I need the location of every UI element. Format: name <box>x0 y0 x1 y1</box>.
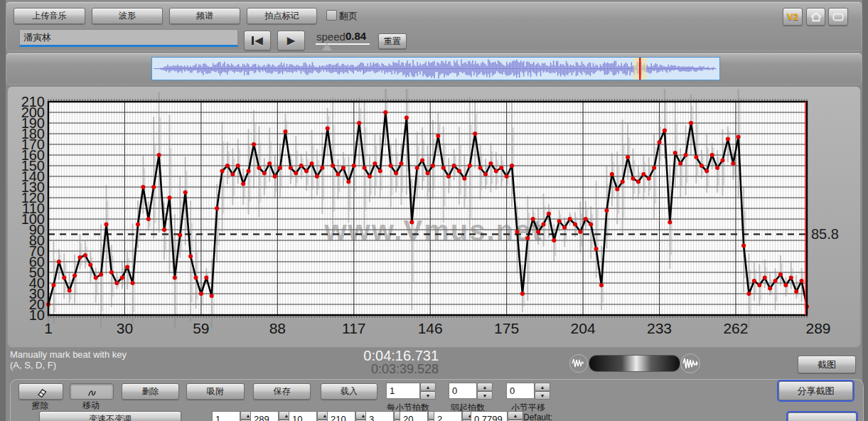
move-hand-icon <box>85 385 99 398</box>
spin-up-button[interactable]: ▲ <box>477 383 493 391</box>
home-icon <box>810 11 823 23</box>
param-spinner-value[interactable]: 0.7799 <box>471 411 508 421</box>
load-button[interactable]: 载入 <box>321 383 377 400</box>
fullscreen-icon <box>832 11 845 23</box>
param-spinner-value[interactable]: 3 <box>365 411 394 421</box>
share-screenshot-button[interactable]: 分享截图 <box>778 381 853 400</box>
svg-text:204: 204 <box>571 320 596 336</box>
param-spinner-value[interactable]: 210 <box>327 411 355 421</box>
skip-arrow-icon: ◀ <box>254 34 263 47</box>
fullscreen-button[interactable] <box>828 8 848 26</box>
top-toolbar: 上传音乐 波形 频谱 拍点标记 翻页 潘寅林 ◀ ▶ speed 0.84 重置… <box>6 1 862 51</box>
spin-up-button[interactable]: ▲ <box>420 383 436 391</box>
wave-zoom-in-button[interactable] <box>680 353 700 373</box>
screenshot-button[interactable]: 截图 <box>798 356 856 373</box>
page-turn-label: 翻页 <box>339 10 358 23</box>
svg-text:88: 88 <box>269 320 286 336</box>
wave-zoom-slider[interactable] <box>589 355 680 372</box>
move-tool-button[interactable] <box>70 383 114 400</box>
param-spinner-stepper: ▲▼ <box>508 411 523 421</box>
time-total: 0:03:39.528 <box>311 362 439 377</box>
home-button[interactable] <box>806 8 825 26</box>
page-turn-checkbox[interactable] <box>326 10 337 21</box>
upload-music-button[interactable]: 上传音乐 <box>14 8 85 24</box>
speed-reset-button[interactable]: 重置 <box>378 33 407 49</box>
param-spinner-value[interactable]: 20 <box>400 411 428 421</box>
snap-button[interactable]: 吸附 <box>186 383 245 400</box>
svg-text:210: 210 <box>21 94 45 110</box>
default-label: Default: <box>523 412 566 421</box>
svg-text:www.Vmus.net: www.Vmus.net <box>323 215 542 246</box>
playback-mode-button[interactable]: 变速不变调 <box>39 411 181 421</box>
waveform-tab-button[interactable]: 波形 <box>92 8 163 24</box>
beats-per-measure-value[interactable]: 1 <box>386 383 420 399</box>
play-icon: ▶ <box>287 34 296 47</box>
app-root: 上传音乐 波形 频谱 拍点标记 翻页 潘寅林 ◀ ▶ speed 0.84 重置… <box>0 0 868 421</box>
skip-to-start-button[interactable]: ◀ <box>244 31 271 50</box>
speed-slider-thumb[interactable] <box>322 43 332 50</box>
erase-tool-label: 擦除 <box>18 400 62 412</box>
spin-down-button[interactable]: ▼ <box>477 391 493 400</box>
play-button[interactable]: ▶ <box>277 31 305 50</box>
svg-text:233: 233 <box>647 320 672 336</box>
svg-text:85.8: 85.8 <box>811 226 839 242</box>
param-spinner-value[interactable]: 2 <box>434 411 462 421</box>
svg-text:59: 59 <box>193 320 209 336</box>
delete-button[interactable]: 删除 <box>122 383 179 400</box>
hint-line2: (A, S, D, F) <box>10 360 56 371</box>
spin-down-button[interactable]: ▼ <box>535 391 550 400</box>
version-text: V2 <box>787 11 798 22</box>
pickup-beats-stepper: ▲ ▼ <box>477 383 493 399</box>
param-spinner-value[interactable]: 10 <box>289 411 317 421</box>
tempo-chart[interactable]: www.Vmus.net1020304050607080901001101201… <box>9 86 859 346</box>
spectrum-tab-button[interactable]: 频谱 <box>169 8 240 24</box>
save-button[interactable]: 保存 <box>253 383 311 400</box>
svg-text:175: 175 <box>494 320 519 336</box>
speed-label: speed <box>316 31 345 43</box>
song-title-input[interactable]: 潘寅林 <box>19 29 238 47</box>
hint-line1: Manually mark beat with key <box>10 349 127 360</box>
bottom-right-button[interactable] <box>788 412 857 421</box>
measure-shift-stepper: ▲ ▼ <box>535 383 550 399</box>
skip-bar-icon <box>252 36 254 45</box>
waveform-overview[interactable] <box>151 57 720 80</box>
song-title-text: 潘寅林 <box>23 32 51 43</box>
measure-shift-value[interactable]: 0 <box>506 383 535 399</box>
param-spinner-value[interactable]: 1 <box>212 411 240 421</box>
small-wave-icon <box>572 357 586 370</box>
large-wave-icon <box>682 357 698 370</box>
beats-per-measure-stepper: ▲ ▼ <box>420 383 436 399</box>
svg-text:117: 117 <box>342 320 365 336</box>
svg-text:262: 262 <box>723 320 748 336</box>
beat-mark-tab-button[interactable]: 拍点标记 <box>247 8 317 24</box>
svg-text:30: 30 <box>117 320 133 336</box>
svg-text:289: 289 <box>805 320 830 336</box>
wave-zoom-out-button[interactable] <box>569 354 588 373</box>
param-spinner-value[interactable]: 289 <box>250 411 279 421</box>
move-tool-label: 移动 <box>70 400 112 412</box>
speed-value: 0.84 <box>345 30 366 42</box>
pickup-beats-value[interactable]: 0 <box>449 383 477 399</box>
erase-tool-button[interactable] <box>18 383 63 400</box>
spin-down-button[interactable]: ▼ <box>420 391 436 400</box>
svg-text:146: 146 <box>418 320 443 336</box>
waveform-svg <box>152 58 719 80</box>
version-badge: V2 <box>783 8 803 26</box>
spin-up-button[interactable]: ▲ <box>508 411 523 420</box>
spin-up-button[interactable]: ▲ <box>535 383 550 391</box>
eraser-icon <box>33 385 49 398</box>
svg-text:1: 1 <box>44 320 53 336</box>
